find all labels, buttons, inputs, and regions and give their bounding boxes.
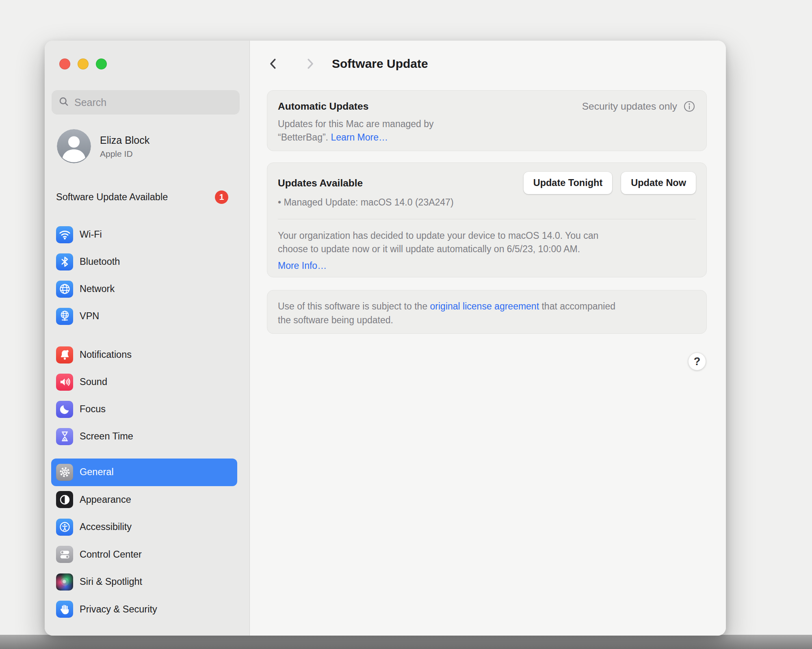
sidebar-item-accessibility[interactable]: Accessibility [51, 513, 237, 541]
sidebar-item-appearance[interactable]: Appearance [51, 486, 237, 514]
gear-icon [56, 464, 73, 481]
sidebar-item-label: VPN [80, 311, 99, 322]
sidebar-item-software-update-available[interactable]: Software Update Available 1 [56, 184, 228, 210]
close-button[interactable] [59, 58, 70, 69]
updates-available-card: Updates Available Update Tonight Update … [267, 162, 707, 277]
sidebar-item-label: General [80, 467, 114, 478]
apple-id-name: Eliza Block [100, 134, 149, 146]
hourglass-icon [56, 428, 73, 445]
license-text-suffix: that accompanied [539, 301, 615, 312]
search-field[interactable] [52, 90, 240, 115]
chevron-left-icon [266, 56, 281, 72]
sidebar-item-bluetooth[interactable]: Bluetooth [51, 248, 237, 275]
learn-more-link[interactable]: Learn More… [331, 132, 388, 143]
desktop: Eliza Block Apple ID Software Update Ava… [0, 0, 812, 649]
original-license-agreement-link[interactable]: original license agreement [430, 301, 539, 312]
sidebar-item-sound[interactable]: Sound [51, 368, 237, 396]
sidebar-item-siri[interactable]: Siri & Spotlight [51, 568, 237, 596]
software-update-available-label: Software Update Available [56, 192, 168, 203]
sidebar-item-label: Bluetooth [80, 256, 120, 267]
minimize-button[interactable] [78, 58, 89, 69]
software-update-pane: Software Update Automatic Updates Securi… [250, 41, 726, 636]
forward-button[interactable] [301, 55, 319, 73]
sidebar-item-label: Focus [80, 404, 106, 415]
sidebar-item-label: Appearance [80, 494, 131, 505]
sidebar-item-label: Privacy & Security [80, 604, 157, 615]
sidebar-item-label: Siri & Spotlight [80, 576, 142, 587]
accessibility-figure-icon [56, 519, 73, 536]
sidebar-item-network[interactable]: Network [51, 275, 237, 303]
managed-by-text-line1: Updates for this Mac are managed by [278, 117, 696, 131]
help-button[interactable]: ? [688, 353, 706, 370]
vpn-globe-icon [56, 308, 73, 325]
sidebar-item-general[interactable]: General [51, 459, 237, 486]
automatic-updates-title: Automatic Updates [278, 101, 368, 112]
window-controls [59, 58, 107, 69]
sidebar-item-controlcenter[interactable]: Control Center [51, 541, 237, 569]
sidebar-item-label: Control Center [80, 549, 142, 560]
sidebar-group-system: GeneralAppearanceAccessibilityControl Ce… [51, 459, 237, 623]
update-count-badge: 1 [215, 190, 228, 204]
globe-icon [56, 281, 73, 298]
sidebar-item-label: Network [80, 283, 115, 294]
update-description-line1: Your organization has decided to update … [278, 229, 696, 242]
sidebar-item-vpn[interactable]: VPN [51, 303, 237, 330]
system-settings-window: Eliza Block Apple ID Software Update Ava… [45, 41, 726, 636]
apple-id-subtitle: Apple ID [100, 149, 149, 159]
bullet-glyph: • [278, 197, 281, 208]
update-tonight-button[interactable]: Update Tonight [524, 172, 613, 194]
update-now-button[interactable]: Update Now [621, 172, 696, 194]
sidebar-item-wifi[interactable]: Wi-Fi [51, 221, 237, 248]
back-button[interactable] [264, 55, 282, 73]
automatic-updates-card: Automatic Updates Security updates only … [267, 90, 707, 151]
contrast-icon [56, 491, 73, 508]
automatic-updates-value: Security updates only [582, 101, 677, 112]
hand-icon [56, 601, 73, 618]
managed-by-org-name: “BetterBag”. [278, 132, 328, 143]
updates-available-title: Updates Available [278, 177, 363, 189]
chevron-right-icon [303, 56, 317, 72]
wifi-icon [56, 226, 73, 243]
sidebar-group-alerts: NotificationsSoundFocusScreen Time [51, 341, 237, 450]
bluetooth-icon [56, 253, 73, 270]
page-title: Software Update [332, 57, 428, 71]
siri-orb-icon [56, 573, 73, 591]
update-description-line2: choose to update now or it will update a… [278, 242, 696, 256]
zoom-button[interactable] [96, 58, 107, 69]
managed-update-item: • Managed Update: macOS 14.0 (23A247) [278, 197, 696, 207]
toggles-icon [56, 546, 73, 563]
apple-id-row[interactable]: Eliza Block Apple ID [57, 129, 236, 163]
search-icon [58, 96, 69, 109]
more-info-link[interactable]: More Info… [278, 261, 327, 270]
sidebar-item-focus[interactable]: Focus [51, 396, 237, 423]
license-text-prefix: Use of this software is subject to the [278, 301, 430, 312]
info-circle-icon [683, 100, 696, 113]
bell-icon [56, 346, 73, 363]
sidebar-item-label: Sound [80, 376, 107, 387]
sidebar-item-label: Screen Time [80, 431, 133, 442]
sidebar-item-label: Accessibility [80, 521, 132, 532]
question-mark-icon: ? [694, 355, 701, 368]
moon-icon [56, 401, 73, 418]
license-text-line2: the software being updated. [278, 313, 696, 327]
search-input[interactable] [74, 97, 233, 108]
sidebar-item-screentime[interactable]: Screen Time [51, 423, 237, 450]
sidebar-item-privacy[interactable]: Privacy & Security [51, 596, 237, 623]
sidebar-item-label: Wi-Fi [80, 229, 102, 240]
settings-sidebar: Eliza Block Apple ID Software Update Ava… [45, 41, 250, 636]
desktop-bottom-strip [0, 635, 812, 649]
automatic-updates-info-button[interactable] [683, 100, 696, 113]
speaker-icon [56, 374, 73, 391]
license-text: Use of this software is subject to the o… [278, 299, 696, 327]
card-divider [278, 219, 696, 219]
update-description: Your organization has decided to update … [278, 229, 696, 256]
sidebar-item-label: Notifications [80, 349, 132, 360]
sidebar-item-notifications[interactable]: Notifications [51, 341, 237, 368]
license-card: Use of this software is subject to the o… [267, 290, 707, 334]
managed-update-text: Managed Update: macOS 14.0 (23A247) [284, 197, 453, 208]
sidebar-group-connectivity: Wi-FiBluetoothNetworkVPN [51, 221, 237, 330]
avatar [57, 129, 91, 163]
